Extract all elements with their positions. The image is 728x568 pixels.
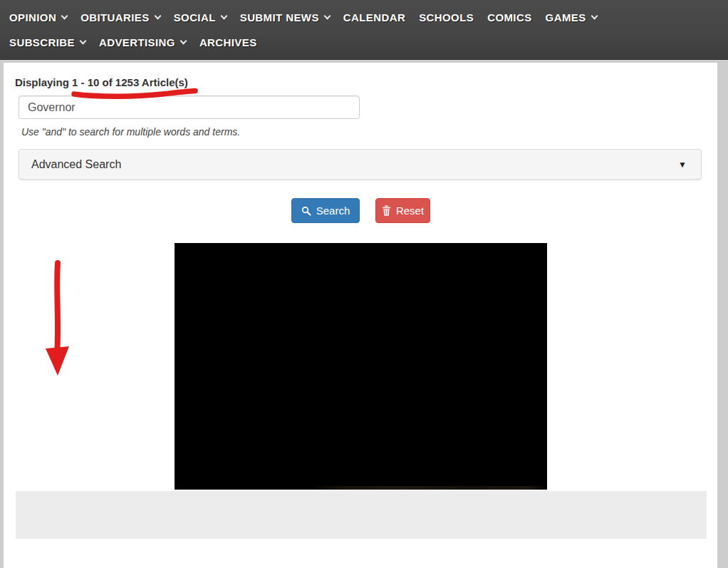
nav-item-schools[interactable]: SCHOOLS [419, 11, 474, 24]
nav-label: SCHOOLS [419, 11, 474, 24]
chevron-down-icon [154, 13, 161, 20]
nav-label: OPINION [9, 11, 56, 24]
nav-item-opinion[interactable]: OPINION [9, 11, 67, 24]
results-summary: Displaying 1 - 10 of 1253 Article(s) [15, 76, 188, 88]
search-button-label: Search [316, 205, 350, 217]
footer-placeholder-bar [16, 491, 707, 539]
nav-label: OBITUARIES [80, 11, 150, 24]
search-button[interactable]: Search [291, 198, 360, 223]
chevron-down-icon [591, 13, 598, 20]
navbar-row-1: OPINION OBITUARIES SOCIAL SUBMIT NEWS CA… [9, 5, 728, 30]
reset-button[interactable]: Reset [375, 198, 430, 223]
search-helper-text: Use "and" to search for multiple words a… [21, 126, 240, 138]
search-icon [301, 206, 311, 216]
nav-item-social[interactable]: SOCIAL [174, 11, 227, 24]
search-input[interactable] [19, 95, 360, 119]
nav-item-submit-news[interactable]: SUBMIT NEWS [240, 11, 330, 24]
chevron-down-icon [61, 13, 68, 20]
nav-item-comics[interactable]: COMICS [487, 11, 531, 24]
nav-item-calendar[interactable]: CALENDAR [343, 11, 405, 24]
nav-item-advertising[interactable]: ADVERTISING [99, 36, 186, 48]
nav-item-obituaries[interactable]: OBITUARIES [80, 11, 160, 24]
nav-label: SUBSCRIBE [9, 36, 75, 48]
nav-label: ARCHIVES [199, 36, 257, 48]
nav-label: SUBMIT NEWS [240, 11, 319, 24]
nav-item-archives[interactable]: ARCHIVES [199, 36, 257, 48]
chevron-down-icon [220, 13, 227, 20]
nav-item-subscribe[interactable]: SUBSCRIBE [9, 36, 85, 48]
redacted-content-image [175, 243, 547, 490]
advanced-search-label: Advanced Search [31, 158, 121, 171]
nav-label: SOCIAL [174, 11, 216, 24]
trash-icon [382, 205, 391, 216]
chevron-down-icon [323, 13, 331, 20]
nav-label: COMICS [487, 11, 531, 24]
advanced-search-toggle[interactable]: Advanced Search ▼ [19, 149, 702, 180]
chevron-down-icon [80, 38, 87, 45]
navbar-row-2: SUBSCRIBE ADVERTISING ARCHIVES [9, 30, 728, 55]
nav-item-games[interactable]: GAMES [546, 11, 597, 24]
nav-label: GAMES [546, 11, 586, 24]
reset-button-label: Reset [396, 205, 424, 217]
nav-label: ADVERTISING [99, 36, 175, 48]
caret-down-icon: ▼ [678, 160, 687, 169]
nav-label: CALENDAR [343, 11, 405, 24]
main-navbar: OPINION OBITUARIES SOCIAL SUBMIT NEWS CA… [0, 0, 728, 60]
chevron-down-icon [180, 38, 187, 45]
